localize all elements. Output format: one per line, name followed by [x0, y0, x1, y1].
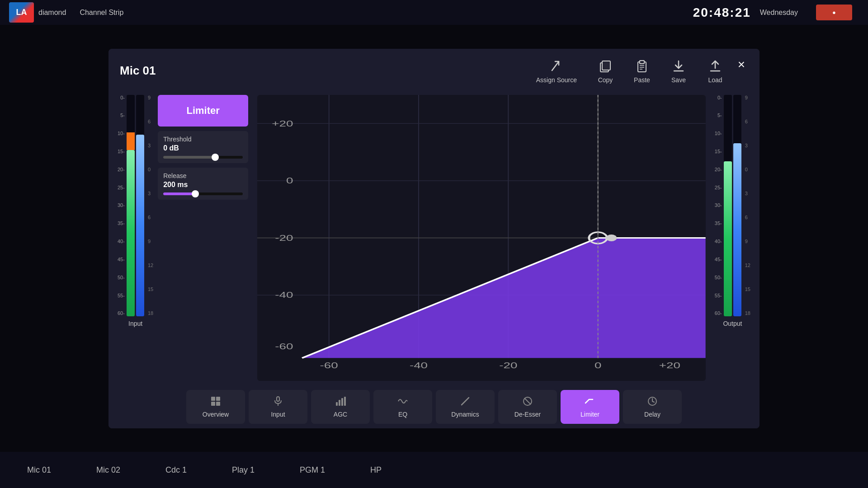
tab-delay[interactable]: Delay	[623, 390, 682, 424]
svg-text:0: 0	[594, 361, 601, 370]
svg-text:-60: -60	[320, 361, 338, 370]
threshold-group: Threshold 0 dB	[158, 131, 248, 163]
copy-icon	[597, 58, 613, 74]
load-icon	[707, 58, 723, 74]
tab-limiter-label: Limiter	[580, 411, 599, 418]
input-icon	[273, 396, 283, 408]
limiter-icon	[585, 396, 595, 408]
channel-strip-bar: Mic 01 Mic 02 Cdc 1 Play 1 PGM 1 HP	[0, 452, 868, 488]
threshold-label: Threshold	[163, 136, 243, 143]
release-label: Release	[163, 172, 243, 179]
svg-rect-39	[277, 397, 279, 401]
svg-rect-3	[640, 61, 644, 64]
app-channel: Channel Strip	[80, 9, 123, 17]
release-value: 200 ms	[163, 181, 243, 189]
svg-rect-1	[602, 61, 610, 70]
paste-button[interactable]: Paste	[627, 56, 657, 86]
paste-icon	[634, 58, 650, 74]
tab-eq-label: EQ	[398, 411, 407, 418]
right-panel: 0- 5- 10- 15- 20- 25- 30- 35- 40- 45- 50…	[715, 95, 750, 381]
save-icon	[670, 58, 687, 74]
limiter-button[interactable]: Limiter	[158, 95, 248, 127]
load-label: Load	[708, 76, 722, 84]
svg-line-47	[524, 398, 531, 404]
svg-text:-20: -20	[275, 233, 293, 242]
release-group: Release 200 ms	[158, 168, 248, 200]
overview-icon	[210, 396, 221, 408]
channel-mic01: Mic 01	[27, 465, 51, 475]
tab-dynamics-label: Dynamics	[451, 411, 479, 418]
modal-body: 0- 5- 10- 15- 20- 25- 30- 35- 40- 45- 50…	[108, 90, 760, 385]
svg-rect-35	[211, 397, 215, 401]
tab-input[interactable]: Input	[249, 390, 307, 424]
threshold-value: 0 dB	[163, 144, 243, 152]
modal-title: Mic 01	[120, 64, 156, 78]
graph-svg: +20 0 -20 -40 -60 -60 -40 -20 0 +20	[257, 95, 706, 381]
paste-label: Paste	[634, 76, 650, 84]
modal-footer: Overview Input	[108, 385, 760, 428]
record-button[interactable]: ●	[816, 5, 852, 20]
input-label: Input	[128, 320, 142, 327]
app-bar: LA diamond Channel Strip 20:48:21 Wednes…	[0, 0, 868, 25]
svg-line-50	[652, 401, 654, 402]
tab-overview[interactable]: Overview	[186, 390, 245, 424]
tab-agc-label: AGC	[334, 411, 347, 418]
svg-line-45	[462, 398, 469, 405]
svg-rect-42	[339, 400, 340, 406]
app-clock: 20:48:21	[693, 5, 751, 20]
channel-play1: Play 1	[232, 465, 255, 475]
tab-input-label: Input	[271, 411, 285, 418]
save-button[interactable]: Save	[664, 56, 693, 86]
tab-eq[interactable]: EQ	[373, 390, 432, 424]
modal-overlay: Mic 01 Assign Source	[0, 25, 868, 452]
dynamics-icon	[460, 396, 471, 408]
svg-text:+20: +20	[272, 119, 293, 128]
tab-agc[interactable]: AGC	[311, 390, 370, 424]
modal-header: Mic 01 Assign Source	[108, 49, 760, 90]
copy-button[interactable]: Copy	[590, 56, 620, 86]
svg-rect-43	[341, 398, 343, 406]
channel-cdc1: Cdc 1	[165, 465, 187, 475]
svg-rect-36	[216, 397, 220, 401]
input-meter: 0- 5- 10- 15- 20- 25- 30- 35- 40- 45- 50…	[118, 95, 153, 330]
assign-source-icon	[548, 58, 565, 74]
svg-text:-20: -20	[499, 361, 517, 370]
channel-hp: HP	[370, 465, 382, 475]
tab-limiter[interactable]: Limiter	[561, 390, 619, 424]
assign-source-label: Assign Source	[536, 76, 577, 84]
svg-point-23	[606, 234, 617, 241]
tab-overview-label: Overview	[203, 411, 229, 418]
threshold-slider[interactable]	[163, 156, 243, 159]
tab-de-esser[interactable]: De-Esser	[498, 390, 557, 424]
toolbar: Assign Source Copy	[529, 56, 730, 86]
svg-text:+20: +20	[659, 361, 680, 370]
svg-marker-19	[302, 238, 706, 358]
save-label: Save	[671, 76, 686, 84]
tab-delay-label: Delay	[644, 411, 660, 418]
tab-de-esser-label: De-Esser	[514, 411, 541, 418]
svg-rect-41	[336, 402, 338, 406]
close-button[interactable]: ×	[732, 56, 750, 74]
app-title: diamond	[38, 9, 66, 17]
de-esser-icon	[522, 396, 533, 408]
graph-area: +20 0 -20 -40 -60 -60 -40 -20 0 +20	[257, 95, 706, 381]
left-panel: 0- 5- 10- 15- 20- 25- 30- 35- 40- 45- 50…	[118, 95, 248, 381]
controls-panel: Limiter Threshold 0 dB Release 200 ms	[158, 95, 248, 200]
svg-text:-40: -40	[275, 291, 293, 300]
svg-text:0: 0	[286, 176, 293, 185]
svg-rect-44	[344, 397, 346, 406]
eq-icon	[397, 396, 408, 408]
app-day: Wednesday	[760, 9, 798, 17]
release-slider[interactable]	[163, 192, 243, 195]
svg-rect-37	[211, 402, 215, 406]
tab-dynamics[interactable]: Dynamics	[436, 390, 495, 424]
svg-rect-38	[216, 402, 220, 406]
agc-icon	[335, 396, 346, 408]
channel-pgm1: PGM 1	[300, 465, 325, 475]
svg-text:-60: -60	[275, 342, 293, 351]
copy-label: Copy	[598, 76, 613, 84]
channel-mic02: Mic 02	[96, 465, 120, 475]
svg-text:-40: -40	[410, 361, 428, 370]
load-button[interactable]: Load	[700, 56, 730, 86]
assign-source-button[interactable]: Assign Source	[529, 56, 584, 86]
